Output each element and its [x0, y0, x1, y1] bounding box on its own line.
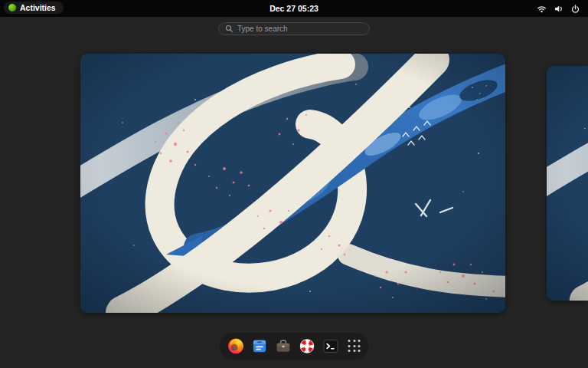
distro-logo-icon — [8, 4, 16, 12]
search-bar[interactable] — [218, 22, 370, 35]
help-icon — [299, 337, 316, 355]
dash-dock — [220, 333, 369, 360]
top-bar: Activities Dec 27 05:23 — [0, 0, 588, 17]
system-status-area[interactable] — [534, 0, 583, 17]
workspace-thumbnail-2[interactable] — [547, 66, 588, 301]
volume-icon — [554, 4, 564, 14]
dock-app-help[interactable] — [299, 337, 316, 355]
dock-app-firefox[interactable] — [227, 337, 245, 355]
terminal-icon — [322, 337, 340, 355]
show-apps-grid-icon — [348, 340, 351, 342]
workspace-thumbnail-1[interactable] — [80, 54, 505, 313]
activities-label: Activities — [20, 3, 56, 12]
software-icon — [275, 337, 292, 355]
search-input[interactable] — [237, 25, 363, 33]
files-icon — [251, 337, 269, 355]
wallpaper-workspace-1 — [80, 54, 505, 313]
show-apps-button[interactable] — [348, 340, 361, 353]
power-icon — [570, 4, 580, 14]
wallpaper-workspace-2 — [547, 66, 588, 301]
clock-label: Dec 27 05:23 — [270, 4, 318, 13]
search-icon — [225, 22, 234, 36]
dock-app-software[interactable] — [275, 337, 292, 355]
dock-app-terminal[interactable] — [322, 337, 340, 355]
clock-button[interactable]: Dec 27 05:23 — [263, 0, 325, 17]
activities-button[interactable]: Activities — [4, 2, 64, 14]
network-wifi-icon — [537, 4, 547, 14]
dock-app-files[interactable] — [251, 337, 269, 355]
gnome-activities-overview: Activities Dec 27 05:23 — [0, 0, 588, 368]
